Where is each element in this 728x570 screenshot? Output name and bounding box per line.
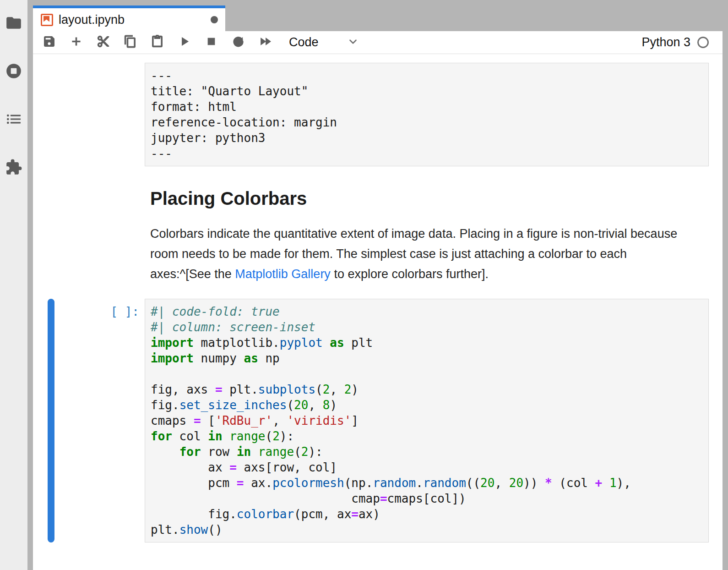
code-cell: [ ]: #| code-fold: true#| column: screen…: [48, 299, 709, 543]
section-heading: Placing Colorbars: [150, 188, 703, 209]
paste-cells-button[interactable]: [144, 33, 171, 53]
clipboard-icon: [151, 35, 164, 50]
extensions-tab[interactable]: [5, 159, 22, 177]
save-icon: [43, 35, 56, 50]
chevron-down-icon: [319, 36, 359, 49]
tab-title: layout.ipynb: [59, 13, 205, 27]
run-cell-button[interactable]: [171, 33, 198, 53]
insert-cell-button[interactable]: [63, 33, 90, 53]
running-sessions-tab[interactable]: [5, 63, 22, 81]
window-right-strip: [723, 0, 728, 570]
folder-icon: [5, 14, 22, 33]
play-icon: [178, 35, 191, 50]
panel-divider[interactable]: [27, 0, 33, 570]
code-cell-prompt: [ ]:: [54, 299, 145, 543]
markdown-rendered-body[interactable]: Placing Colorbars Colorbars indicate the…: [145, 188, 709, 284]
fast-forward-icon: [259, 35, 272, 50]
markdown-cell-prompt: [54, 188, 145, 284]
tab-layout-ipynb[interactable]: layout.ipynb: [33, 5, 225, 31]
extensions-icon: [5, 159, 22, 178]
main-panel: layout.ipynb: [33, 0, 723, 570]
restart-kernel-button[interactable]: [225, 33, 252, 53]
run-all-cells-button[interactable]: [252, 33, 279, 53]
cell-type-value: Code: [289, 35, 319, 49]
scissors-icon: [97, 35, 110, 50]
restart-icon: [232, 35, 245, 50]
stop-icon: [205, 35, 218, 50]
markdown-cell: Placing Colorbars Colorbars indicate the…: [48, 188, 709, 284]
notebook-scroll-area[interactable]: ---title: "Quarto Layout"format: htmlref…: [33, 54, 723, 570]
raw-cell-prompt: [54, 63, 145, 166]
table-of-contents-tab[interactable]: [5, 111, 22, 129]
notebook-icon: [41, 14, 53, 26]
plus-icon: [70, 35, 83, 50]
raw-cell-collapser[interactable]: [48, 63, 54, 166]
jupyterlab-window: layout.ipynb: [0, 0, 728, 570]
table-of-contents-icon: [5, 110, 22, 130]
kernel-status-icon[interactable]: [697, 37, 709, 48]
matplotlib-gallery-link[interactable]: Matplotlib Gallery: [235, 267, 331, 281]
kernel-name[interactable]: Python 3: [641, 35, 690, 49]
activity-sidebar: [0, 0, 27, 570]
cell-type-dropdown[interactable]: Code: [289, 35, 359, 49]
save-button[interactable]: [36, 33, 63, 53]
copy-cells-button[interactable]: [117, 33, 144, 53]
file-browser-tab[interactable]: [5, 15, 22, 33]
window-top-strip: [33, 0, 723, 5]
raw-cell: ---title: "Quarto Layout"format: htmlref…: [48, 63, 709, 166]
cut-cells-button[interactable]: [90, 33, 117, 53]
document-tabbar: layout.ipynb: [33, 5, 723, 31]
copy-icon: [124, 35, 137, 50]
markdown-cell-collapser[interactable]: [48, 188, 54, 284]
running-sessions-icon: [5, 62, 22, 82]
code-cell-collapser[interactable]: [48, 299, 54, 543]
code-cell-editor[interactable]: #| code-fold: true#| column: screen-inse…: [145, 299, 709, 543]
interrupt-kernel-button[interactable]: [198, 33, 225, 53]
toolbar-kernel-area: Python 3: [641, 35, 723, 49]
raw-cell-editor[interactable]: ---title: "Quarto Layout"format: htmlref…: [145, 63, 709, 166]
unsaved-changes-indicator[interactable]: [211, 16, 218, 23]
markdown-paragraph: Colorbars indicate the quantitative exte…: [150, 224, 703, 284]
notebook-toolbar: Code Python 3: [33, 31, 723, 54]
